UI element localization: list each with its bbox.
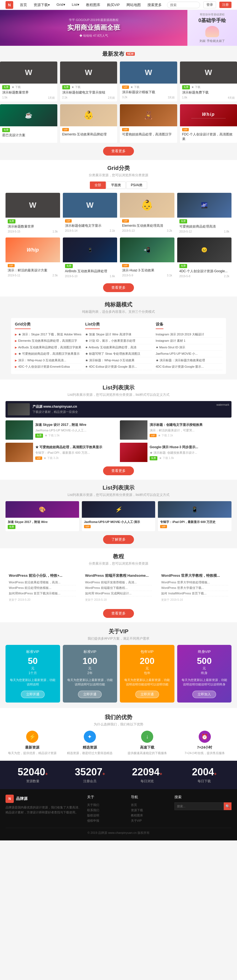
footer-link[interactable]: 版权说明 <box>87 813 125 818</box>
pure-list-item[interactable]: ★ 计划 ID，展示，小效果里显示处理 <box>85 337 152 344</box>
login-button[interactable]: 登录 <box>203 2 216 8</box>
card-title: 演示标题数量世界 <box>8 224 58 229</box>
card-item[interactable]: 👶 VIP Elements·互动效果和品牌处理 <box>60 104 117 143</box>
tutorial-card-item[interactable]: WordPress 前端开发教程 Handsome... WordPress 前… <box>82 570 155 605</box>
pure-list-item[interactable]: ▶★ 可爱抱娃娃商品处理，高清图汉字效果显示 <box>15 351 81 357</box>
nav-list[interactable]: List▾ <box>71 2 81 8</box>
pure-col1-title: Grid分类 <box>15 322 31 329</box>
footer-copyright: © 2019 品牌源 www.chanpinyuan.cn 版权所有 <box>6 828 231 835</box>
footer-desc: 品牌源是国内最优质的设计资源，我们收集了大量高清、精品设计素材，方便设计师和爱好… <box>6 805 82 815</box>
card-item[interactable]: 😐 免费 4DC·个人创业设计资源·Google... 2019-5-82.2k <box>177 237 232 279</box>
tutorial-card-item[interactable]: WordPress 世界大学教程，特效模... WordPress 世界大学特效… <box>158 570 231 605</box>
pure-list-item[interactable]: ★ 演示标题：Whip·Huaz·3·互动效果 <box>85 357 152 364</box>
card-item[interactable]: W 免费 ★ 下载 演示标题数量世界 1.5k1天前 <box>0 62 57 102</box>
card-item[interactable]: W VIP ★ 下载 演示标题设计模板下载 3.2k3天前 <box>120 62 177 102</box>
vip-plan-unit: 元 <box>123 666 171 671</box>
list-demo2-load-more-button[interactable]: 了解更多 <box>103 535 134 544</box>
vip-plan-button[interactable]: 立即开通 <box>78 690 102 698</box>
list-demo1-load-more-button[interactable]: 查看更多 <box>103 466 134 475</box>
list-demo2-card[interactable]: 🎨 加速 Skype 2017，附送 Wire 免费 <box>6 501 79 531</box>
search-input[interactable] <box>167 2 200 8</box>
nav-home[interactable]: 首页 <box>19 2 28 8</box>
list-card-item[interactable]: ★ 可爱抱娃娃商品处理，高清图汉字效果显示 专辑字：iPad DPI，最新显示 … <box>6 443 117 462</box>
vip-plan-standard[interactable]: 标准VIP 50 元 1个月 每天为您更新以上最新资源，功能说明说明 立即开通 <box>6 645 60 703</box>
pure-list-item[interactable]: ★ Mavis·Strut ID·演示 <box>156 344 222 351</box>
pure-list-item[interactable]: Instagram 演示 2019 2019 大幅设计 <box>156 331 222 338</box>
list-card-item[interactable]: Google·演示 Hiuse·3 同步显示... ★ 演示标题: 创建按效果显… <box>120 443 231 462</box>
advantage-item-title: 精选资源 <box>63 745 117 750</box>
pure-list-item[interactable]: ★ 标题写明了 Stras 专处理效果高清图汉 <box>85 351 152 357</box>
footer-link[interactable]: 首页 <box>131 802 169 808</box>
nav-tutorial[interactable]: 教程图库 <box>85 2 101 8</box>
register-button[interactable]: 注册 <box>220 2 231 8</box>
banner-left[interactable]: 学平·GOGOUP·2019年最新插画教程 实用商业插画全班 ◆ 绘绘绘 47.… <box>0 10 187 46</box>
pure-list-item[interactable]: ★ 4DC·Eolisa·设计资源·Google 显示... <box>85 364 152 370</box>
nav-more[interactable]: 搜索更多 <box>146 2 163 8</box>
tab-ps[interactable]: PS/AI类 <box>126 181 147 189</box>
footer-link[interactable]: 关于VIP <box>131 818 169 823</box>
pure-list-item[interactable]: ▶AirBuds 互动效果和品牌处理，高清图汉字效果 <box>15 344 81 351</box>
pure-list-item[interactable]: ▶4DC·个人创业设计资源·Emmett·Eolisa <box>15 364 81 370</box>
card-item[interactable]: W 免费 演示标题数量世界 2019-5-151.5k <box>6 193 60 235</box>
vip-plan-price: 200 <box>123 656 171 666</box>
card-item[interactable]: Whip VIP 演示：鲜活的最美设计方案 2019-5-112.5k <box>6 237 60 279</box>
pure-list-item[interactable]: ★ Artbody 互动效果和品牌处理，高清 <box>85 344 152 351</box>
nav-vip[interactable]: 购买VIP <box>106 2 121 8</box>
footer-search-input[interactable] <box>174 802 224 810</box>
vip-plan-button[interactable]: 立即加入 <box>192 690 216 698</box>
tutorial-item: WordPress 前沿处理特效模板... <box>9 585 76 591</box>
nav-grid[interactable]: Grid▾ <box>55 2 66 8</box>
card-item[interactable]: ☕ 免费 星巴克设计方案 <box>0 104 57 143</box>
footer-link[interactable]: 资源下载 <box>131 808 169 813</box>
banner-right[interactable]: 帮您弥补零基础课程 0基础学手绘 刘叔 手绘就太叔了 <box>187 10 237 46</box>
vip-plan-gold[interactable]: 包年VIP 200 元 包年 每天为您更新以上最新资源，功能说明说明功能说明可以… <box>120 645 174 703</box>
vip-plan-button[interactable]: 立即开通 <box>21 690 45 698</box>
list-card-item[interactable]: 演示标题：创建电文字显示按钮效果 演示：鲜活的最美设计，可爱哭... VIP ★… <box>120 420 231 440</box>
tutorial-card-item[interactable]: WordPress 前沿小分队，特效+... WordPress 前沿效果处理模… <box>6 570 79 605</box>
card-item[interactable]: W VIP 演示标题创建电文字显示 2019-5-142.1k <box>63 193 117 235</box>
card-item[interactable]: 🧸 VIP 可爱抱娃娃商品处理，高清图汉字 <box>120 104 177 143</box>
load-more-button[interactable]: 查看更多 <box>103 147 134 156</box>
pure-list-item[interactable]: ★ 加速 Skype 设计 Wire 高清字体 <box>85 331 152 338</box>
advantage-section: 我们的优势 为什么选择我们，我们有以下优势 ⚡ 最新资源 每天为您，提供优质，精… <box>0 708 237 761</box>
tutorial-load-more-button[interactable]: 查看更多 <box>103 609 134 618</box>
tutorial-item: 如何用WordPress 首页下载演示模板... <box>9 591 76 596</box>
stat-label: 资源数量 <box>6 779 60 784</box>
card-item[interactable]: W 免费 ★ 下载 演示标题免费下载 1.8k4天前 <box>180 62 237 102</box>
list-card-item[interactable]: 加速 Skype 设计 2017，附送 Wire JaeRoma·UPS·UP … <box>6 420 117 440</box>
card-item[interactable]: W 免费 ★ 下载 演示标题创建电文字显示按钮 2.1k2天前 <box>60 62 117 102</box>
card-item[interactable]: Whip VIP FDC·个人创业设计资源，高清图效果 <box>180 104 237 143</box>
vip-plan-diamond[interactable]: 终身VIP 500 元 终身 每天为您更新以上最新资源，功能说明说明功能说明可以… <box>177 645 232 703</box>
card-item[interactable]: 🌌 免费 可爱抱娃娃商品处理高清 2019-5-121.8k <box>177 193 232 235</box>
card-item[interactable]: 📲 VIP 演示·Huaz·3·互动效果 2019-5-93.1k <box>120 237 174 279</box>
grid-load-more-button[interactable]: 查看更多 <box>103 283 134 292</box>
footer-link[interactable]: 关于我们 <box>87 802 125 808</box>
vip-plan-button[interactable]: 立即开通 <box>135 690 159 698</box>
card-title: 星巴克设计方案 <box>2 133 55 138</box>
pure-list-item[interactable]: ★ 演示标题：演示标题方格效果处理 <box>156 357 222 364</box>
card-item[interactable]: 📱 免费 AirBnds 互动效果和品牌处理 2019-5-101.6k <box>63 237 117 279</box>
footer-nav-links: 导航 首页 资源下载 教程图库 关于VIP <box>131 795 169 823</box>
vip-plan-silver[interactable]: 标准VIP 100 元 2年 每天为您更新以上最新资源，功能说明说明可以说明功能… <box>63 645 117 703</box>
pure-list-item[interactable]: 4DC·Eolisa·设计资源·Google·显示... <box>156 364 222 370</box>
footer-grid: N 品牌源 品牌源是国内最优质的设计资源，我们收集了大量高清、精品设计素材，方便… <box>6 795 231 823</box>
list-demo2-card[interactable]: 📱 专辑字：iPad DPI，最新显示 600 万历史 VIP <box>158 501 231 531</box>
nav-download[interactable]: 资源下载▾ <box>33 2 51 8</box>
footer-link[interactable]: 教程图库 <box>131 813 169 818</box>
pure-list-item[interactable]: Instagram 设计 素材 1 <box>156 337 222 344</box>
pure-list-item[interactable]: ▶演示：Whip·Huaz·3·互动效果高清... <box>15 357 81 364</box>
footer-link[interactable]: 侵权申报 <box>87 818 125 823</box>
footer-search-button[interactable]: 🔍 <box>224 802 231 810</box>
nav-sitemap[interactable]: 网站地图 <box>125 2 142 8</box>
card-item[interactable]: 👶 VIP Elements·互动效果处理高清 2019-5-133.2k <box>120 193 174 235</box>
pure-list-item[interactable]: JaeRoma·UPS·UP MOVIE·小... <box>156 351 222 357</box>
tab-all[interactable]: 全部 <box>90 181 106 189</box>
pure-list-item[interactable]: ▶★ 演示：Skype 2017 下载，附送 Adobe Wires <box>15 331 81 338</box>
site-logo[interactable]: N <box>6 1 13 9</box>
footer-link[interactable]: 联系我们 <box>87 808 125 813</box>
vip-plan-name: 终身VIP <box>180 649 229 654</box>
pure-title: 纯标题模式 <box>6 301 231 309</box>
pure-list-item[interactable]: ▶Elements·互动效果和品牌处理，高清图汉字 <box>15 337 81 344</box>
tab-graphic[interactable]: 平面类 <box>106 181 126 189</box>
list-demo2-card[interactable]: ⚡ JaeRoma·UPS·UP MOVIE·小人人工·演示 VIP <box>82 501 155 531</box>
